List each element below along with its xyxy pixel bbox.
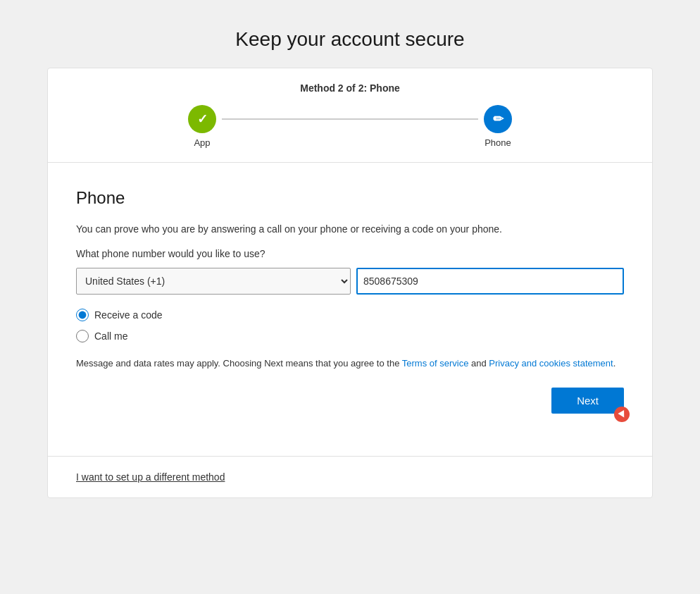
section-heading: Phone bbox=[76, 188, 624, 208]
disclaimer-suffix: . bbox=[613, 358, 616, 369]
different-method-link[interactable]: I want to set up a different method bbox=[76, 471, 225, 483]
terms-of-service-link[interactable]: Terms of service bbox=[402, 358, 469, 369]
description-text: You can prove who you are by answering a… bbox=[76, 222, 624, 237]
cursor-arrow-icon bbox=[618, 410, 627, 419]
receive-code-option[interactable]: Receive a code bbox=[76, 309, 624, 321]
step-connector bbox=[222, 118, 478, 120]
step-phone-circle: ✏ bbox=[484, 105, 512, 133]
page-title: Keep your account secure bbox=[235, 28, 464, 51]
method-label: Method 2 of 2: Phone bbox=[300, 82, 400, 94]
country-select[interactable]: United States (+1) Canada (+1) United Ki… bbox=[76, 268, 351, 295]
progress-section: Method 2 of 2: Phone ✓ App ✏ Phone bbox=[48, 68, 652, 163]
call-me-label: Call me bbox=[94, 330, 127, 342]
step-phone: ✏ Phone bbox=[484, 105, 512, 148]
receive-code-radio[interactable] bbox=[76, 309, 89, 321]
step-app-circle: ✓ bbox=[188, 105, 216, 133]
main-section: Phone You can prove who you are by answe… bbox=[48, 163, 652, 456]
actions-row: Next bbox=[76, 388, 624, 414]
next-button[interactable]: Next bbox=[551, 388, 624, 414]
call-me-option[interactable]: Call me bbox=[76, 330, 624, 342]
phone-input[interactable] bbox=[356, 268, 624, 295]
phone-question: What phone number would you like to use? bbox=[76, 248, 624, 259]
disclaimer-text: Message and data rates may apply. Choosi… bbox=[76, 357, 624, 371]
disclaimer-prefix: Message and data rates may apply. Choosi… bbox=[76, 358, 402, 369]
disclaimer-connector: and bbox=[468, 358, 489, 369]
step-app-label: App bbox=[194, 137, 210, 148]
steps-row: ✓ App ✏ Phone bbox=[188, 105, 512, 148]
cursor-indicator bbox=[614, 407, 630, 422]
step-phone-label: Phone bbox=[485, 137, 511, 148]
privacy-policy-link[interactable]: Privacy and cookies statement bbox=[489, 358, 613, 369]
step-app: ✓ App bbox=[188, 105, 216, 148]
call-me-radio[interactable] bbox=[76, 330, 89, 342]
receive-code-label: Receive a code bbox=[94, 309, 163, 321]
footer-link-section: I want to set up a different method bbox=[48, 456, 652, 497]
next-button-label: Next bbox=[577, 395, 599, 407]
main-card: Method 2 of 2: Phone ✓ App ✏ Phone Phone… bbox=[47, 68, 653, 498]
input-row: United States (+1) Canada (+1) United Ki… bbox=[76, 268, 624, 295]
radio-group: Receive a code Call me bbox=[76, 309, 624, 342]
